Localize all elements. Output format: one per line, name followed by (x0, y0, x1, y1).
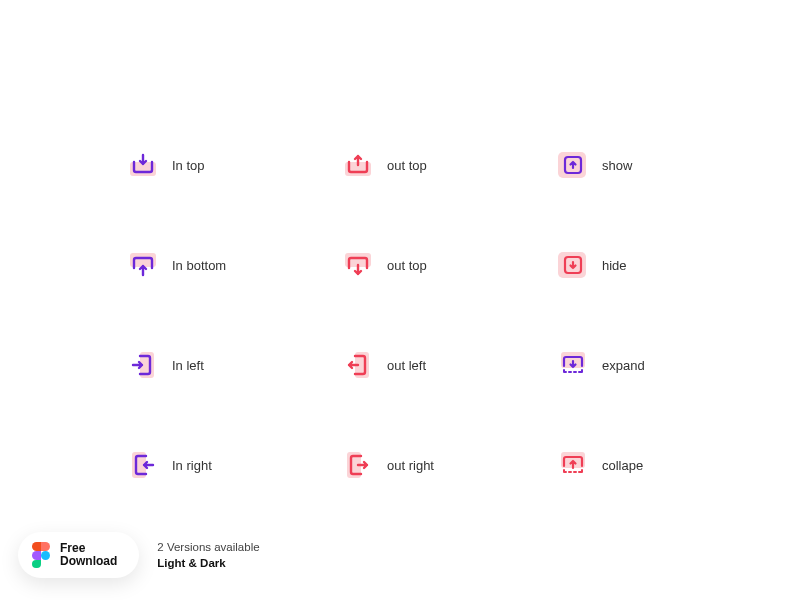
label-in-right: In right (172, 458, 212, 473)
out-top-icon (343, 150, 373, 180)
label-collapse: collape (602, 458, 643, 473)
cell-in-right: In right (128, 415, 343, 515)
free-download-button[interactable]: Free Download (18, 532, 139, 578)
in-left-icon (128, 350, 158, 380)
label-expand: expand (602, 358, 645, 373)
label-show: show (602, 158, 632, 173)
out-bottom-icon (343, 250, 373, 280)
figma-icon (32, 542, 50, 568)
collapse-icon (558, 450, 588, 480)
versions-line1: 2 Versions available (157, 539, 259, 555)
cell-out-top: out top (343, 115, 558, 215)
label-hide: hide (602, 258, 627, 273)
expand-icon (558, 350, 588, 380)
in-right-icon (128, 450, 158, 480)
label-out-top: out top (387, 158, 427, 173)
in-top-icon (128, 150, 158, 180)
download-line2: Download (60, 555, 117, 568)
cell-in-left: In left (128, 315, 343, 415)
cell-out-left: out left (343, 315, 558, 415)
hide-icon (558, 250, 588, 280)
cell-in-top: In top (128, 115, 343, 215)
cell-show: show (558, 115, 738, 215)
footer: Free Download 2 Versions available Light… (18, 532, 260, 578)
cell-out-top-2: out top (343, 215, 558, 315)
label-out-right: out right (387, 458, 434, 473)
label-out-left: out left (387, 358, 426, 373)
download-text: Free Download (60, 542, 117, 568)
label-in-top: In top (172, 158, 205, 173)
cell-hide: hide (558, 215, 738, 315)
out-left-icon (343, 350, 373, 380)
cell-expand: expand (558, 315, 738, 415)
label-in-left: In left (172, 358, 204, 373)
label-in-bottom: In bottom (172, 258, 226, 273)
cell-in-bottom: In bottom (128, 215, 343, 315)
label-out-top-2: out top (387, 258, 427, 273)
versions-line2: Light & Dark (157, 555, 259, 571)
cell-out-right: out right (343, 415, 558, 515)
versions-text: 2 Versions available Light & Dark (157, 539, 259, 571)
cell-collapse: collape (558, 415, 738, 515)
out-right-icon (343, 450, 373, 480)
show-icon (558, 150, 588, 180)
in-bottom-icon (128, 250, 158, 280)
icon-grid: In top out top show (128, 115, 738, 515)
download-line1: Free (60, 542, 117, 555)
